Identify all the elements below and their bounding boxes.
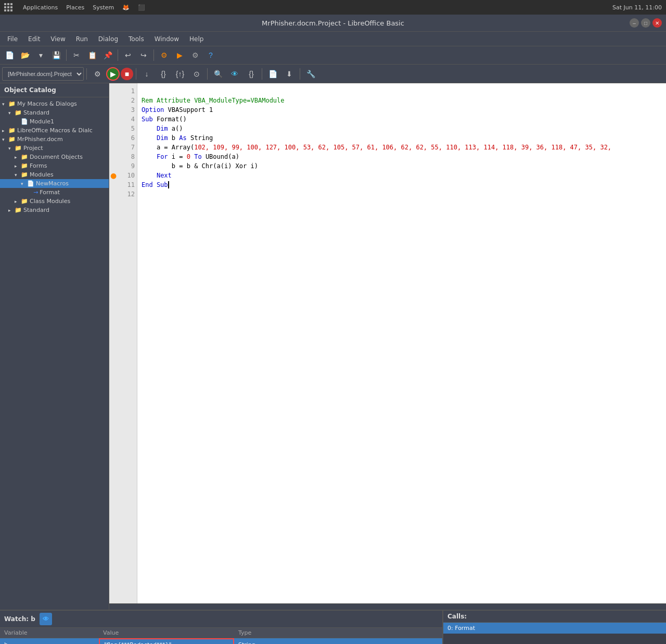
watch-eye-button[interactable]: 👁: [40, 613, 52, 625]
tree-class-modules[interactable]: ▸ 📁 Class Modules: [0, 197, 109, 206]
manage-button[interactable]: 🔧: [303, 67, 318, 81]
firefox-icon[interactable]: 🦊: [122, 4, 130, 11]
step-over-button[interactable]: {}: [156, 67, 171, 81]
menu-help[interactable]: Help: [184, 33, 209, 45]
copy-button[interactable]: 📋: [85, 48, 99, 62]
tree-modules[interactable]: ▾ 📁 Modules: [0, 170, 109, 179]
line-num-11: 11: [122, 180, 135, 190]
expand-arrow-forms[interactable]: ▸: [15, 163, 21, 169]
menu-file[interactable]: File: [2, 33, 23, 45]
code-line-2: Option VBASupport 1: [142, 106, 213, 113]
step-into-button[interactable]: ↓: [139, 67, 155, 81]
step-out-button[interactable]: {↑}: [172, 67, 188, 81]
tree-libreoffice-macros[interactable]: ▸ 📁 LibreOffice Macros & Dialc: [0, 126, 109, 135]
bp-11: [112, 180, 114, 190]
tree-newmacros[interactable]: ▾ 📄 NewMacros: [0, 179, 109, 188]
tree-my-macros[interactable]: ▾ 📁 My Macros & Dialogs: [0, 99, 109, 108]
bp-7: [112, 143, 114, 152]
menu-window[interactable]: Window: [149, 33, 184, 45]
redo-button[interactable]: ↪: [136, 48, 151, 62]
terminal-icon[interactable]: ⬛: [138, 4, 145, 11]
code-content[interactable]: Rem Attribute VBA_ModuleType=VBAModule O…: [137, 83, 666, 603]
folder-icon-standard2: 📁: [15, 207, 22, 213]
system-menu[interactable]: System: [93, 4, 114, 11]
undo-button[interactable]: ↩: [121, 48, 135, 62]
expand-arrow-classmod[interactable]: ▸: [15, 199, 21, 204]
tree-mrphisher[interactable]: ▾ 📁 MrPhisher.docm: [0, 135, 109, 144]
bp-8: [112, 152, 114, 161]
toolbar-sep-3: [153, 49, 154, 61]
watch-button[interactable]: 👁: [227, 67, 242, 81]
run-button[interactable]: ▶: [106, 67, 120, 81]
forms-label: Forms: [30, 162, 47, 169]
import-button[interactable]: ⬇: [281, 67, 297, 81]
menu-tools[interactable]: Tools: [123, 33, 149, 45]
code-line-8: b = b & Chr(a(i) Xor i): [142, 162, 258, 170]
expand-arrow-libreoffice[interactable]: ▸: [2, 128, 8, 133]
menu-run[interactable]: Run: [71, 33, 93, 45]
macro-button[interactable]: ⚙: [157, 48, 171, 62]
curly-button[interactable]: {}: [244, 67, 259, 81]
doc-icon-newmacros: 📄: [27, 180, 34, 187]
new-button[interactable]: 📄: [2, 48, 17, 62]
expand-arrow-standard1[interactable]: ▾: [8, 110, 15, 116]
mrphisher-label: MrPhisher.docm: [17, 136, 63, 143]
format-label: Format: [40, 189, 60, 196]
expand-arrow-my-macros[interactable]: ▾: [2, 102, 8, 107]
watch-col-variable: Variable: [0, 628, 99, 638]
line-num-6: 6: [122, 133, 135, 143]
minimize-button[interactable]: –: [630, 18, 639, 28]
expand-arrow-modules[interactable]: ▾: [15, 172, 21, 178]
run-macro-button[interactable]: ▶: [172, 48, 187, 62]
stop-button[interactable]: ■: [121, 68, 133, 80]
line-num-9: 9: [122, 161, 135, 171]
help-button[interactable]: ?: [203, 48, 218, 62]
tree-standard-1[interactable]: ▾ 📁 Standard: [0, 108, 109, 117]
applications-menu[interactable]: Applications: [23, 4, 58, 11]
menu-dialog[interactable]: Dialog: [93, 33, 123, 45]
tree-format[interactable]: → Format: [0, 188, 109, 197]
close-button[interactable]: ✕: [652, 18, 662, 28]
expand-arrow-docobj[interactable]: ▸: [15, 155, 21, 160]
expand-arrow-mrphisher[interactable]: ▾: [2, 137, 8, 142]
module-dropdown[interactable]: [MrPhisher.docm].Project: [2, 67, 84, 81]
tree-document-objects[interactable]: ▸ 📁 Document Objects: [0, 153, 109, 161]
find-button[interactable]: 🔍: [210, 67, 226, 81]
expand-arrow-standard2[interactable]: ▸: [8, 208, 15, 213]
cut-button[interactable]: ✂: [69, 48, 84, 62]
menu-edit[interactable]: Edit: [23, 33, 45, 45]
calls-row-0[interactable]: 0: Format: [443, 623, 666, 634]
tree-standard-2[interactable]: ▸ 📁 Standard: [0, 206, 109, 214]
bp-5: [112, 124, 114, 133]
expand-arrow-module1[interactable]: [15, 119, 21, 124]
tree-project[interactable]: ▾ 📁 Project: [0, 144, 109, 153]
module-open-button[interactable]: 📄: [265, 67, 280, 81]
expand-arrow-format[interactable]: [27, 190, 33, 195]
watch-panel: Watch: b 👁 Variable Value Type b "flag{*…: [0, 611, 442, 644]
folder-icon-libreoffice: 📁: [8, 127, 16, 134]
paste-button[interactable]: 📌: [100, 48, 115, 62]
code-line-3: Sub Format(): [142, 116, 187, 123]
toolbar-sep-2: [118, 49, 118, 61]
open-button[interactable]: 📂: [18, 48, 32, 62]
tree-forms[interactable]: ▸ 📁 Forms: [0, 161, 109, 170]
menu-view[interactable]: View: [45, 33, 70, 45]
watch-var-b: b: [0, 639, 99, 644]
places-menu[interactable]: Places: [66, 4, 84, 11]
maximize-button[interactable]: □: [641, 18, 650, 28]
breakpoint-button[interactable]: ⊙: [189, 67, 204, 81]
tree-module1[interactable]: 📄 Module1: [0, 117, 109, 126]
code-line-1: Rem Attribute VBA_ModuleType=VBAModule: [142, 97, 285, 104]
horizontal-scrollbar[interactable]: [109, 603, 666, 610]
macro2-button[interactable]: ⚙: [188, 48, 202, 62]
app-grid-icon[interactable]: [4, 3, 12, 11]
watch-title: Watch: b: [4, 615, 35, 623]
macro-organize-button[interactable]: ⚙: [89, 67, 105, 81]
save-button[interactable]: 💾: [49, 48, 63, 62]
line-num-12: 12: [122, 190, 135, 199]
open-arrow-button[interactable]: ▾: [33, 48, 48, 62]
expand-arrow-newmacros[interactable]: ▾: [21, 181, 27, 186]
expand-arrow-project[interactable]: ▾: [8, 146, 15, 151]
code-editor[interactable]: ● 1 2 3 4 5 6 7 8 9 10 11 12 Rem Attribu…: [109, 83, 666, 603]
title-bar: MrPhisher.docm.Project - LibreOffice Bas…: [0, 15, 666, 31]
